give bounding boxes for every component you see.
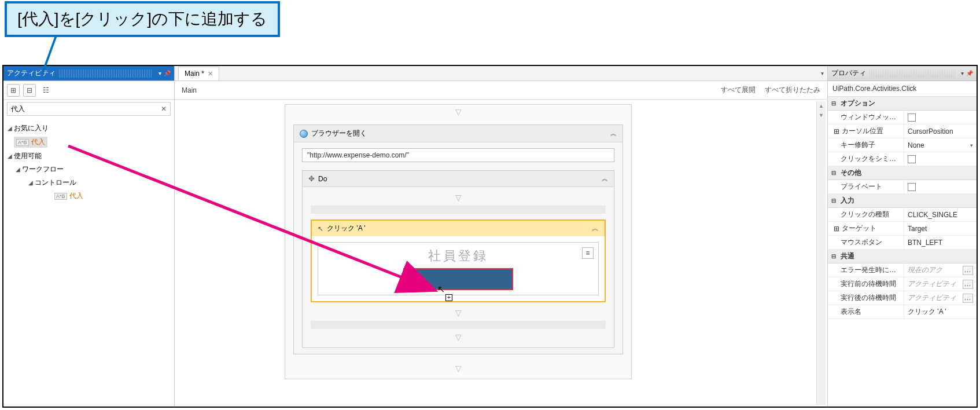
sequence-container[interactable]: ▽ ブラウザーを開く ︽ "http://www.expense-demo.co… [285, 104, 632, 379]
expand-all-link[interactable]: すべて展開 [721, 85, 756, 95]
designer-panel: Main * ✕ ▾ Main すべて展開 すべて折りたたみ ▲ ▼ ▽ ブラウ… [175, 66, 827, 407]
activity-header[interactable]: ブラウザーを開く ︽ [294, 125, 622, 142]
prop-simulate-click[interactable]: クリックをシミュレート [828, 152, 977, 166]
dropdown-icon[interactable]: ▾ [970, 142, 973, 148]
properties-panel: プロパティ ▾ 📌 UiPath.Core.Activities.Click ⊟… [827, 66, 977, 407]
move-icon: ✥ [308, 174, 315, 183]
activities-toolbar: ⊞ ⊟ ☷ [3, 81, 174, 100]
drop-zone-top[interactable]: ▽ [311, 193, 606, 214]
preview-title: 社員登録 [323, 247, 594, 265]
activity-search[interactable]: ✕ [7, 102, 171, 116]
prop-cursor-position[interactable]: ⊞カーソル位置CursorPosition [828, 125, 977, 138]
activity-tree: ◢お気に入り A*B代入 ◢使用可能 ◢ワークフロー ◢コントロール A*B代入 [3, 118, 174, 206]
filter-icon[interactable]: ☷ [39, 84, 52, 97]
drop-indicator: + [445, 294, 452, 301]
close-tab-icon[interactable]: ✕ [208, 70, 213, 78]
selected-activity-type: UiPath.Core.Activities.Click [828, 81, 977, 97]
tree-available[interactable]: ◢使用可能 [6, 149, 172, 163]
prop-continue-on-error[interactable]: エラー発生時に実行を継...現在のアク… [828, 263, 977, 277]
panel-menu-icon[interactable]: ▾ [159, 70, 161, 76]
expand-icon[interactable]: ⊞ [7, 84, 20, 97]
ellipsis-button[interactable]: … [963, 294, 973, 303]
drop-arrow-icon: ▽ [455, 107, 462, 116]
tree-assign-favorite[interactable]: A*B代入 [6, 135, 172, 149]
drop-arrow-icon: ▽ [455, 193, 462, 202]
cursor-icon: ↖ [318, 225, 323, 233]
globe-icon [300, 130, 308, 138]
collapse-icon[interactable]: ︽ [602, 174, 608, 183]
click-target-preview[interactable]: ≡ 社員登録 [318, 242, 599, 295]
pin-icon[interactable]: 📌 [966, 70, 973, 76]
prop-private[interactable]: プライベート [828, 180, 977, 194]
do-header[interactable]: ✥ Do ︽ [303, 171, 614, 187]
tree-workflow[interactable]: ◢ワークフロー [6, 163, 172, 176]
click-header[interactable]: ↖ クリック 'A ' ︽ [312, 221, 605, 236]
prop-mouse-button[interactable]: マウスボタンBTN_LEFT [828, 236, 977, 250]
collapse-all-link[interactable]: すべて折りたたみ [765, 85, 820, 95]
scroll-up-icon[interactable]: ▲ [817, 101, 826, 111]
cursor-pointer: ↖ [437, 284, 445, 295]
breadcrumb[interactable]: Main [182, 86, 197, 94]
url-input[interactable]: "http://www.expense-demo.com/" [302, 148, 614, 162]
tab-main[interactable]: Main * ✕ [178, 67, 219, 80]
collapse-icon[interactable]: ︽ [610, 129, 617, 138]
scroll-down-icon[interactable]: ▼ [817, 111, 826, 120]
prop-delay-before[interactable]: 実行前の待機時間アクティビティ… [828, 277, 977, 291]
assign-icon: A*B [16, 139, 29, 146]
tab-overflow-icon[interactable]: ▾ [821, 70, 824, 76]
panel-title: アクティビティ [7, 68, 56, 78]
activities-panel: アクティビティ ▾ 📌 ⊞ ⊟ ☷ ✕ ◢お気に入り A*B代入 ◢使用可能 ◢… [3, 66, 175, 407]
activities-panel-header[interactable]: アクティビティ ▾ 📌 [3, 66, 174, 81]
tree-favorites[interactable]: ◢お気に入り [6, 122, 172, 135]
prop-display-name[interactable]: 表示名クリック 'A ' [828, 305, 977, 319]
prop-target[interactable]: ⊞ターゲットTarget [828, 222, 977, 236]
checkbox[interactable] [908, 183, 916, 191]
search-input[interactable] [11, 105, 161, 113]
drop-arrow-icon: ▽ [455, 332, 462, 342]
vertical-scrollbar[interactable]: ▲ ▼ [816, 101, 826, 405]
properties-panel-header[interactable]: プロパティ ▾ 📌 [828, 66, 977, 81]
tree-control[interactable]: ◢コントロール [6, 176, 172, 189]
workflow-canvas[interactable]: ▲ ▼ ▽ ブラウザーを開く ︽ "http://www.expense-dem… [175, 100, 827, 407]
panel-menu-icon[interactable]: ▾ [961, 70, 964, 76]
panel-title: プロパティ [831, 68, 866, 78]
app-window: アクティビティ ▾ 📌 ⊞ ⊟ ☷ ✕ ◢お気に入り A*B代入 ◢使用可能 ◢… [2, 65, 978, 408]
clear-search-icon[interactable]: ✕ [161, 105, 167, 113]
open-browser-activity[interactable]: ブラウザーを開く ︽ "http://www.expense-demo.com/… [293, 125, 623, 354]
drop-arrow-icon: ▽ [455, 308, 462, 317]
expand-icon[interactable]: ⊞ [834, 225, 839, 233]
breadcrumb-bar: Main すべて展開 すべて折りたたみ [175, 81, 827, 100]
property-grid: UiPath.Core.Activities.Click ⊟オプション ウィンド… [828, 81, 977, 319]
prop-key-modifier[interactable]: キー修飾子None▾ [828, 138, 977, 152]
checkbox[interactable] [908, 155, 916, 163]
prop-category-option[interactable]: ⊟オプション [828, 97, 977, 111]
drop-zone-bottom[interactable]: ▽ ▽ [311, 308, 606, 342]
instruction-callout: [代入]を[クリック]の下に追加する [5, 1, 280, 37]
prop-delay-after[interactable]: 実行後の待機時間アクティビティ… [828, 291, 977, 305]
ellipsis-button[interactable]: … [963, 266, 973, 275]
prop-send-window-message[interactable]: ウィンドウメッセージを送信 [828, 111, 977, 125]
tree-assign[interactable]: A*B代入 [6, 189, 172, 203]
hamburger-icon[interactable]: ≡ [582, 247, 594, 259]
collapse-icon[interactable]: ︽ [592, 224, 599, 233]
expand-icon[interactable]: ⊞ [834, 127, 839, 136]
prop-category-input[interactable]: ⊟入力 [828, 194, 977, 208]
target-highlight [403, 268, 513, 290]
collapse-icon[interactable]: ⊟ [23, 84, 36, 97]
prop-click-type[interactable]: クリックの種類CLICK_SINGLE [828, 208, 977, 222]
prop-category-other[interactable]: ⊟その他 [828, 166, 977, 180]
do-sequence[interactable]: ✥ Do ︽ ▽ ↖ クリック 'A ' [302, 170, 614, 348]
checkbox[interactable] [908, 114, 916, 122]
click-activity[interactable]: ↖ クリック 'A ' ︽ ≡ 社員登録 [311, 219, 606, 302]
ellipsis-button[interactable]: … [963, 280, 973, 289]
drop-arrow-icon: ▽ [455, 364, 462, 373]
tab-bar: Main * ✕ ▾ [175, 66, 827, 81]
pin-icon[interactable]: 📌 [164, 70, 171, 76]
assign-icon: A*B [54, 193, 67, 200]
prop-category-common[interactable]: ⊟共通 [828, 250, 977, 263]
